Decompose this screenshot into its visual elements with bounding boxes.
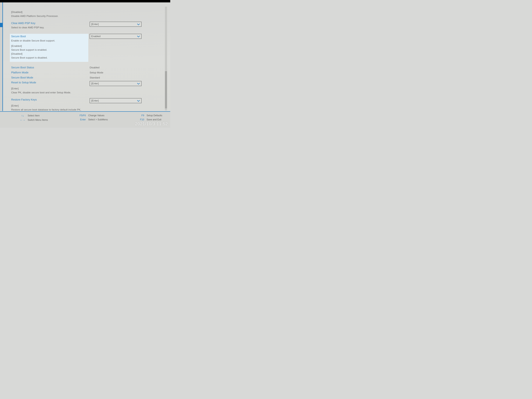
f9-key: F9 [139,114,144,117]
secure-boot-dropdown[interactable]: Enabled [90,34,141,39]
bios-screen: [Disabled] Disable AMD Platform Security… [0,0,170,128]
disabled-desc: Disable AMD Platform Security Processor. [11,14,160,18]
secure-boot-value: Enabled [91,35,101,38]
f10-key: F10 [139,118,144,121]
restore-enter-tag: [Enter] [11,104,160,108]
secure-boot-status-value: Disabled [90,66,100,69]
platform-mode-label: Platform Mode [11,71,90,74]
secure-boot-mode-label: Secure Boot Mode [11,76,90,79]
chevron-down-icon [137,99,140,102]
save-exit-label: Save and Exit [146,118,161,121]
hint-select-submenu: Enter Select > SubMenu [79,118,108,121]
restore-block: Restore Factory Keys [Enter] [Enter] Res… [11,98,160,111]
reset-setup-dropdown[interactable]: [Enter] [90,81,141,86]
hint-switch-menu: ←→ Switch Menu Items [20,119,48,121]
clear-psp-title: Clear AMD PSP Key [11,22,87,25]
reset-setup-enter-tag: [Enter] [11,87,160,90]
status-block: Secure Boot Status Disabled Platform Mod… [11,66,160,94]
restore-dropdown[interactable]: [Enter] [90,98,141,103]
secure-boot-disabled-tag: [Disabled] [11,52,87,56]
secure-boot-mode-row: Secure Boot Mode Standard [11,76,160,79]
clear-psp-block: Clear AMD PSP Key Select to clear AMD PS… [11,22,160,30]
secure-boot-disabled-desc: Secure Boot support is disabled. [11,56,87,59]
left-edge [0,2,3,111]
f5f6-key: F5/F6 [79,114,86,117]
enter-key: Enter [79,118,86,121]
content-area: [Disabled] Disable AMD Platform Security… [3,2,165,111]
disabled-tag: [Disabled] [11,10,160,14]
leftright-arrow-icon: ←→ [20,119,25,121]
clear-psp-value: [Enter] [91,23,99,26]
top-black-bar [0,0,170,2]
secure-boot-mode-value: Standard [90,76,100,79]
secure-boot-block: Secure Boot Enable or disable Secure Boo… [11,34,160,62]
camera-timestamp: 2021/10/3 11:52 [135,121,168,126]
select-item-label: Select Item [28,114,40,117]
scrollbar-thumb[interactable] [165,71,167,108]
restore-desc: Restore all secure boot database to fact… [11,108,83,111]
updown-arrow-icon: ↑↓ [20,114,25,117]
hint-setup-defaults: F9 Setup Defaults [139,114,162,117]
secure-boot-enabled-tag: [Enabled] [11,44,87,48]
secure-boot-enabled-desc: Secure Boot support is enabled. [11,48,87,52]
platform-mode-value: Setup Mode [90,71,103,74]
clear-psp-dropdown[interactable]: [Enter] [90,22,141,27]
reset-setup-value: [Enter] [91,82,99,85]
select-submenu-label: Select > SubMenu [88,118,108,121]
hint-save-exit: F10 Save and Exit [139,118,162,121]
hint-select-item: ↑↓ Select Item [20,114,48,117]
secure-boot-status-row: Secure Boot Status Disabled [11,66,160,69]
secure-boot-status-label: Secure Boot Status [11,66,90,69]
chevron-down-icon [137,35,140,38]
switch-menu-label: Switch Menu Items [28,119,48,121]
secure-boot-desc: Enable or disable Secure Boot support. [11,39,87,42]
secure-boot-highlight: Secure Boot Enable or disable Secure Boo… [10,34,88,62]
hint-change-values: F5/F6 Change Values [79,114,108,117]
reset-setup-desc: Clear PK, disable secure boot and enter … [11,91,160,94]
reset-setup-title: Reset to Setup Mode [11,81,87,84]
restore-value: [Enter] [91,99,99,102]
chevron-down-icon [137,82,140,85]
secure-boot-title: Secure Boot [11,35,87,38]
left-tab-marker [0,23,3,27]
chevron-down-icon [137,23,140,26]
psp-disabled-block: [Disabled] Disable AMD Platform Security… [11,10,160,18]
setup-defaults-label: Setup Defaults [146,114,162,117]
change-values-label: Change Values [88,114,104,117]
clear-psp-desc: Select to clear AMD PSP key. [11,26,87,29]
platform-mode-row: Platform Mode Setup Mode [11,71,160,74]
restore-title: Restore Factory Keys [11,98,87,101]
